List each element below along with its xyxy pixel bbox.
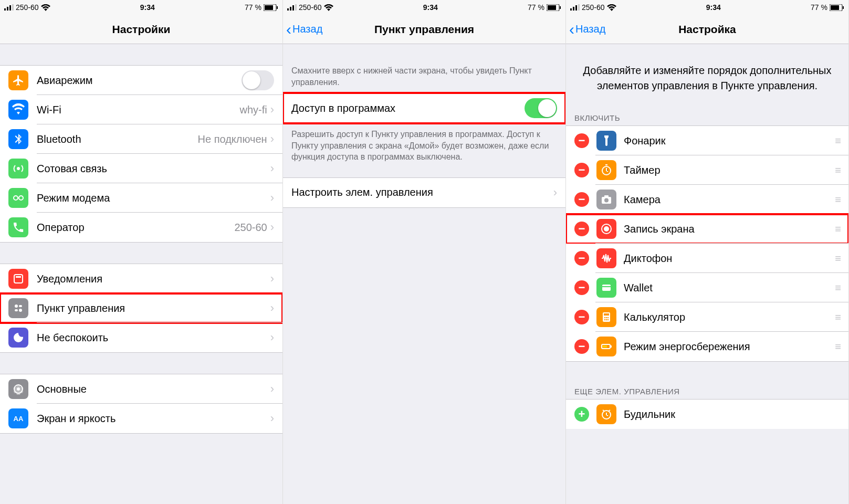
wifi-icon (8, 100, 28, 120)
control-row-wallet: −Wallet≡ (566, 273, 848, 302)
drag-handle-icon[interactable]: ≡ (835, 282, 840, 294)
svg-rect-29 (578, 4, 580, 10)
remove-button[interactable]: − (574, 251, 589, 266)
drag-handle-icon[interactable]: ≡ (835, 341, 840, 353)
svg-rect-3 (12, 4, 14, 10)
svg-rect-50 (603, 345, 607, 348)
included-controls-list: −Фонарик≡−Таймер≡−Камера≡−Запись экрана≡… (566, 125, 848, 362)
svg-rect-32 (843, 6, 844, 9)
carrier-text: 250-60 (299, 3, 322, 12)
settings-row-controlcenter[interactable]: Пункт управления› (0, 293, 282, 323)
section-header-more: ЕЩЕ ЭЛЕМ. УПРАВЛЕНИЯ (566, 383, 848, 399)
drag-handle-icon[interactable]: ≡ (835, 164, 840, 176)
drag-handle-icon[interactable]: ≡ (835, 253, 840, 265)
svg-rect-6 (277, 6, 278, 9)
row-label: Не беспокоить (37, 332, 270, 344)
controlcenter-icon (8, 298, 28, 318)
remove-button[interactable]: − (574, 163, 589, 177)
camera-icon (596, 190, 616, 209)
remove-button[interactable]: − (574, 339, 589, 354)
screen-control-center: 250-60 9:34 77 % ‹Назад Пункт управления… (283, 0, 566, 504)
settings-row-wifi[interactable]: Wi-Fiwhy-fi› (0, 95, 282, 124)
battery-icon (264, 4, 278, 11)
settings-row-antenna[interactable]: Сотовая связь› (0, 154, 282, 183)
notifications-icon (8, 269, 28, 289)
add-button[interactable]: + (574, 407, 589, 422)
nav-title: Пункт управления (283, 23, 565, 36)
chevron-right-icon: › (270, 412, 274, 425)
battery-icon (547, 4, 561, 11)
wifi-icon (41, 4, 50, 11)
settings-group-3: Основные›AAЭкран и яркость› (0, 374, 282, 434)
status-bar: 250-60 9:34 77 % (0, 0, 282, 15)
control-row-flashlight: −Фонарик≡ (566, 126, 848, 155)
svg-rect-24 (548, 5, 556, 10)
row-value: Не подключен (198, 133, 267, 145)
svg-rect-26 (570, 8, 572, 10)
settings-row-hotspot[interactable]: Режим модема› (0, 183, 282, 213)
svg-rect-39 (602, 285, 611, 291)
settings-row-notifications[interactable]: Уведомления› (0, 264, 282, 293)
svg-point-47 (606, 319, 607, 320)
svg-rect-1 (7, 7, 8, 10)
svg-rect-42 (604, 313, 609, 316)
antenna-icon (8, 159, 28, 178)
toggle-access-in-apps[interactable] (525, 98, 557, 118)
voice-icon (596, 248, 616, 268)
row-customize-controls[interactable]: Настроить элем. управления › (283, 178, 565, 207)
more-controls-list: +Будильник (566, 399, 848, 429)
settings-row-airplane[interactable]: Авиарежим (0, 66, 282, 95)
description: Добавляйте и изменяйте порядок дополните… (566, 44, 848, 109)
svg-rect-31 (831, 5, 839, 10)
remove-button[interactable]: − (574, 310, 589, 324)
section-header-include: ВКЛЮЧИТЬ (566, 109, 848, 125)
remove-button[interactable]: − (574, 280, 589, 295)
svg-rect-13 (19, 305, 22, 307)
control-row-voice: −Диктофон≡ (566, 244, 848, 273)
row-label: Настроить элем. управления (291, 186, 553, 198)
row-label: Режим модема (37, 192, 270, 204)
control-row-record: −Запись экрана≡ (566, 214, 848, 244)
drag-handle-icon[interactable]: ≡ (835, 135, 840, 147)
svg-rect-5 (265, 5, 273, 10)
status-bar: 250-60 9:34 77 % (283, 0, 565, 15)
chevron-right-icon: › (270, 331, 274, 344)
back-button[interactable]: ‹Назад (283, 22, 322, 37)
status-time: 9:34 (423, 3, 438, 12)
drag-handle-icon[interactable]: ≡ (835, 311, 840, 323)
back-button[interactable]: ‹Назад (566, 22, 605, 37)
chevron-right-icon: › (270, 103, 274, 117)
battery-text: 77 % (811, 3, 827, 12)
svg-rect-21 (292, 5, 294, 10)
remove-button[interactable]: − (574, 222, 589, 236)
svg-rect-2 (9, 5, 11, 10)
wallet-icon (596, 278, 616, 298)
settings-row-display[interactable]: AAЭкран и яркость› (0, 404, 282, 433)
row-label: Wallet (624, 282, 835, 294)
svg-rect-10 (14, 275, 23, 283)
settings-row-bluetooth[interactable]: BluetoothНе подключен› (0, 124, 282, 154)
settings-row-general[interactable]: Основные› (0, 374, 282, 404)
settings-row-phone[interactable]: Оператор250-60› (0, 213, 282, 242)
row-access-in-apps[interactable]: Доступ в программах (283, 93, 565, 123)
remove-button[interactable]: − (574, 192, 589, 207)
row-label: Калькулятор (624, 311, 835, 323)
alarm-icon (596, 404, 616, 424)
svg-rect-15 (15, 309, 18, 311)
settings-row-dnd[interactable]: Не беспокоить› (0, 323, 282, 352)
svg-point-7 (17, 167, 20, 170)
nav-bar: ‹Назад Пункт управления (283, 15, 565, 44)
settings-group-1: АвиарежимWi-Fiwhy-fi›BluetoothНе подключ… (0, 65, 282, 243)
battery-text: 77 % (245, 3, 261, 12)
lowpower-icon (596, 337, 616, 356)
row-label: Диктофон (624, 253, 835, 265)
svg-rect-20 (290, 7, 291, 10)
svg-rect-19 (287, 8, 289, 10)
display-icon: AA (8, 408, 28, 428)
toggle[interactable] (242, 70, 274, 90)
row-label: Фонарик (624, 135, 835, 147)
remove-button[interactable]: − (574, 133, 589, 148)
drag-handle-icon[interactable]: ≡ (835, 223, 840, 235)
row-label: Основные (37, 383, 270, 395)
drag-handle-icon[interactable]: ≡ (835, 194, 840, 206)
